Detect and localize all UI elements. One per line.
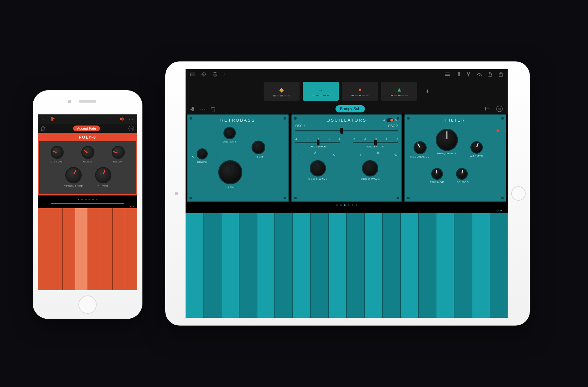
retrobass-panel: RETROBASS ∿ ⎍ SHAPEDISTORTPITCHFILTER bbox=[187, 114, 289, 202]
osc-mix-slider[interactable] bbox=[295, 130, 398, 131]
key[interactable] bbox=[125, 208, 137, 290]
key[interactable] bbox=[311, 213, 329, 318]
key[interactable] bbox=[221, 213, 239, 318]
more-icon[interactable]: ⋯ bbox=[128, 117, 134, 122]
trash-icon[interactable] bbox=[211, 106, 216, 111]
key[interactable] bbox=[329, 213, 347, 318]
square-icon: ⎍ bbox=[214, 155, 217, 159]
osc1-pitch-label: OSC 1 PITCH bbox=[295, 145, 340, 148]
svg-point-34 bbox=[193, 109, 194, 109]
pitch-knob[interactable]: PITCH bbox=[252, 141, 265, 158]
osc-1-wave-knob[interactable]: OSC 1 WAVE bbox=[308, 160, 328, 180]
key[interactable] bbox=[401, 213, 419, 318]
key[interactable] bbox=[293, 213, 311, 318]
warmth-knob[interactable]: WARMTH bbox=[470, 141, 483, 158]
sliders-icon[interactable] bbox=[50, 117, 56, 122]
resonance-knob[interactable]: RESONANCE bbox=[410, 141, 430, 158]
key[interactable] bbox=[75, 208, 88, 290]
key[interactable] bbox=[365, 213, 383, 318]
osc2-label: OSC 2 bbox=[388, 124, 398, 128]
key[interactable] bbox=[419, 213, 437, 318]
key[interactable] bbox=[88, 208, 100, 290]
ab-switch[interactable]: AB bbox=[383, 118, 397, 122]
glide-knob[interactable]: GLIDE bbox=[81, 146, 94, 163]
library-icon[interactable] bbox=[190, 72, 195, 76]
delay-knob[interactable]: DELAY bbox=[112, 146, 125, 163]
key[interactable] bbox=[50, 208, 63, 290]
phone-extras-icon[interactable]: ⋯ bbox=[38, 204, 137, 208]
key[interactable] bbox=[257, 213, 275, 318]
track-tabs: ◆≈●▲+ bbox=[186, 79, 508, 103]
key[interactable] bbox=[383, 213, 401, 318]
add-track-button[interactable]: + bbox=[426, 88, 430, 95]
preset-pill[interactable]: Accept Fate bbox=[73, 126, 100, 131]
speaker-icon[interactable] bbox=[120, 117, 125, 122]
phone-home-button[interactable] bbox=[78, 295, 97, 314]
key[interactable] bbox=[347, 213, 365, 318]
svg-point-32 bbox=[191, 109, 191, 110]
key[interactable] bbox=[436, 213, 454, 318]
osc2-pitch-slider[interactable] bbox=[353, 142, 398, 143]
ipad-home-button[interactable] bbox=[511, 186, 526, 201]
ipad-keyboard[interactable] bbox=[186, 213, 508, 318]
key[interactable] bbox=[490, 213, 508, 318]
trash-icon[interactable] bbox=[41, 126, 45, 131]
resonance-knob[interactable]: RESONANCE bbox=[64, 167, 83, 188]
key[interactable] bbox=[38, 208, 50, 290]
mixer-icon[interactable] bbox=[456, 72, 461, 76]
filter-knob[interactable]: FILTER bbox=[95, 167, 111, 188]
track-tab[interactable]: ▲ bbox=[381, 82, 417, 101]
phone-keyboard[interactable] bbox=[38, 208, 137, 290]
panel-title: RETROBASS bbox=[188, 115, 288, 124]
svg-rect-8 bbox=[190, 73, 195, 76]
frequency-knob[interactable]: FREQUENCY bbox=[436, 129, 458, 155]
key[interactable] bbox=[186, 213, 204, 318]
rec-icon[interactable]: rec bbox=[496, 105, 503, 112]
gauge-icon[interactable] bbox=[476, 72, 482, 76]
phone-pager[interactable] bbox=[38, 195, 137, 202]
ipad-extras-icon[interactable]: ⋯ bbox=[186, 208, 508, 213]
lfo-mod-knob[interactable]: LFO MOD bbox=[455, 168, 469, 184]
key[interactable] bbox=[113, 208, 125, 290]
distort-knob[interactable]: DISTORT bbox=[50, 146, 64, 163]
env-mod-knob[interactable]: ENV MOD bbox=[430, 168, 444, 184]
key[interactable] bbox=[204, 213, 221, 318]
svg-point-12 bbox=[204, 74, 204, 75]
list-icon[interactable] bbox=[445, 72, 450, 76]
svg-line-26 bbox=[479, 74, 481, 76]
panel-title: FILTER bbox=[405, 115, 506, 124]
key[interactable] bbox=[239, 213, 257, 318]
back-icon[interactable]: ‹ bbox=[41, 117, 47, 122]
key[interactable] bbox=[275, 213, 293, 318]
preset-pill[interactable]: Bumpy Sub bbox=[335, 105, 365, 112]
globe-icon[interactable] bbox=[212, 72, 218, 77]
track-tab[interactable]: ● bbox=[342, 82, 378, 101]
shape-knob[interactable]: SHAPE bbox=[197, 148, 208, 163]
phone-toolbar: ‹ ⋯ bbox=[38, 114, 137, 124]
phone-synth-panel: DISTORTGLIDEDELAY RESONANCEFILTER bbox=[38, 141, 137, 195]
info-icon[interactable]: i bbox=[223, 72, 225, 77]
phone-speaker bbox=[79, 100, 96, 103]
key[interactable] bbox=[63, 208, 75, 290]
osc1-pitch-slider[interactable] bbox=[295, 142, 340, 143]
distort-knob[interactable]: DISTORT bbox=[223, 127, 237, 143]
more-icon[interactable]: ⋯ bbox=[200, 106, 206, 112]
loop-icon[interactable] bbox=[485, 107, 491, 111]
metronome-icon[interactable] bbox=[488, 72, 493, 77]
key[interactable] bbox=[472, 213, 490, 318]
osc-2-wave-knob[interactable]: OSC 2 WAVE bbox=[361, 160, 380, 180]
svg-point-5 bbox=[54, 118, 55, 119]
ipad-preset-bar: ⋯ Bumpy Sub rec bbox=[186, 103, 508, 114]
ipad-pager[interactable] bbox=[186, 202, 508, 208]
tuning-fork-icon[interactable] bbox=[466, 72, 470, 77]
filter-knob[interactable]: FILTER bbox=[218, 160, 242, 188]
sliders-icon[interactable] bbox=[190, 107, 195, 111]
key[interactable] bbox=[100, 208, 113, 290]
ipad-toolbar: i bbox=[186, 69, 508, 79]
share-icon[interactable] bbox=[498, 72, 503, 77]
key[interactable] bbox=[454, 213, 472, 318]
settings-icon[interactable] bbox=[201, 72, 206, 77]
rec-icon[interactable]: rec bbox=[128, 125, 135, 132]
track-tab[interactable]: ◆ bbox=[264, 82, 300, 101]
track-tab[interactable]: ≈ bbox=[303, 82, 339, 101]
